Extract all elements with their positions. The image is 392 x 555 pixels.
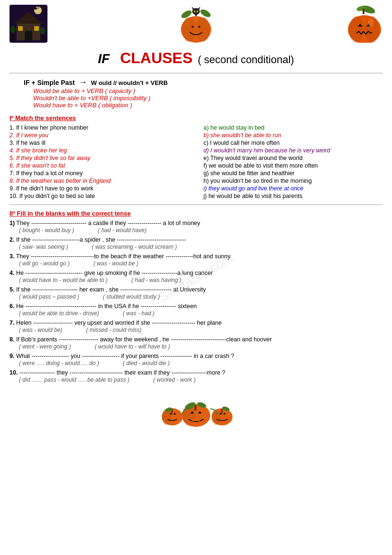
match-row: 10. If you didn't go to bed so latej) he…	[9, 193, 383, 199]
match-row: 6. If she wasn't so fatf) we would be ab…	[9, 162, 383, 169]
svg-rect-6	[34, 26, 39, 31]
fill-item: 2. If she ------------------------a spid…	[9, 236, 383, 250]
fill-item: 10. ------------------ they ------------…	[9, 369, 383, 383]
fill-item: 8. If Bob's parents --------------------…	[9, 336, 383, 350]
svg-point-11	[40, 27, 45, 35]
section1-title: Iº Match the sentences	[9, 114, 383, 122]
svg-point-9	[10, 26, 15, 33]
match-row: 8. If the weather was better in Englandh…	[9, 178, 383, 184]
svg-point-16	[182, 17, 196, 42]
svg-rect-54	[221, 409, 223, 413]
right-pumpkin-icon	[345, 5, 383, 44]
section2-title: IIº Fill in the blanks with the correct …	[9, 210, 383, 217]
match-row: 7. If they had a lot of moneyg) she woul…	[9, 170, 383, 177]
match-row: 9. If he didn't have to go to worki) the…	[9, 185, 383, 192]
match-row: 3. If he was illc) I would call her more…	[9, 140, 383, 146]
match-rows-container: 1. If I knew her phone numbera) he would…	[9, 124, 383, 199]
fill-item: 3. They --------------------------------…	[9, 253, 383, 267]
fill-item: 9. What ------------------- you --------…	[9, 353, 383, 367]
fill-item: 7. Helen -------------------- very upset…	[9, 320, 383, 333]
svg-point-25	[194, 10, 196, 12]
match-row: 4. If she broke her legd) I wouldn't mar…	[9, 147, 383, 154]
svg-marker-24	[197, 7, 200, 9]
header	[9, 5, 383, 47]
svg-rect-4	[25, 31, 32, 40]
section-fill: IIº Fill in the blanks with the correct …	[9, 210, 383, 383]
fill-rows-container: 1) They ---------------------------- a c…	[9, 220, 383, 383]
svg-point-36	[368, 18, 373, 28]
page-title: IF CLAUSES ( second conditional)	[9, 49, 383, 67]
grammar-label: IF + Simple Past	[24, 79, 75, 86]
grammar-rule3: Wouldn't be able to +VERB ( impossibilit…	[33, 94, 383, 102]
match-row: 1. If I knew her phone numbera) he would…	[9, 124, 383, 131]
svg-point-27	[196, 12, 196, 13]
section-match: Iº Match the sentences 1. If I knew her …	[9, 114, 383, 199]
svg-marker-23	[192, 7, 195, 9]
svg-point-7	[34, 8, 37, 9]
fill-item: 4. He ----------------------------- give…	[9, 270, 383, 283]
svg-point-26	[197, 10, 198, 12]
match-row: 5. If they didn't live so far awaye) The…	[9, 155, 383, 161]
title-if: IF	[98, 51, 110, 66]
svg-rect-50	[192, 419, 195, 421]
svg-rect-20	[193, 32, 195, 34]
svg-rect-5	[18, 26, 23, 31]
grammar-rule1: W ould // wouldn't + VERB	[91, 79, 168, 86]
fill-item: 1) They ---------------------------- a c…	[9, 220, 383, 234]
svg-point-53	[212, 409, 221, 425]
svg-rect-21	[197, 32, 199, 34]
footer-decoration	[9, 391, 383, 430]
fill-item: 6. He ----------------------------------…	[9, 303, 383, 317]
title-subtitle: ( second conditional)	[198, 54, 294, 66]
title-clauses: CLAUSES	[120, 49, 193, 66]
grammar-rule4: Would have to + VERB ( obligation )	[33, 102, 383, 109]
svg-point-32	[349, 16, 364, 43]
grammar-rules: IF + Simple Past → W ould // wouldn't + …	[24, 77, 383, 109]
match-row: 2. If I were youb) she wouldn't be able …	[9, 132, 383, 139]
svg-rect-51	[197, 419, 200, 421]
center-pumpkin-icon	[175, 5, 217, 47]
fill-item: 5. If she ----------------------- her ex…	[9, 286, 383, 300]
grammar-rule2: Would be able to + VERB ( capacity )	[33, 87, 383, 94]
svg-rect-30	[363, 9, 364, 14]
haunted-house-icon	[9, 5, 47, 44]
grammar-arrow: →	[79, 77, 87, 87]
svg-point-17	[196, 17, 210, 42]
